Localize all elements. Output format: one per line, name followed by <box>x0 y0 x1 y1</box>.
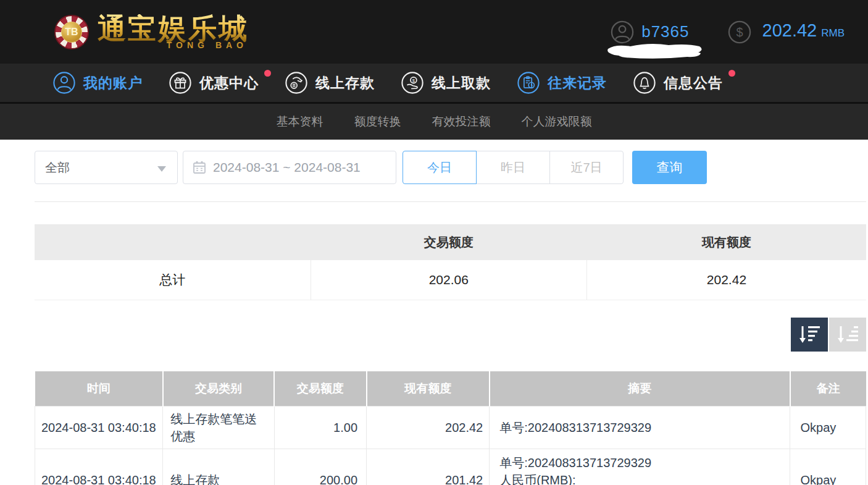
cell-amount: 200.00 <box>274 449 366 485</box>
quick-range-yesterday[interactable]: 昨日 <box>476 151 550 184</box>
sub-nav: 基本资料 额度转换 有效投注额 个人游戏限额 <box>0 104 868 140</box>
summary-header-transaction: 交易额度 <box>311 224 586 260</box>
sort-controls <box>35 318 866 352</box>
top-header: TB 通宝娱乐城 TONG BAO b7365 $ 202.42 <box>0 0 868 64</box>
subnav-item-balance-transfer[interactable]: 额度转换 <box>354 114 401 130</box>
summary-transaction-value: 202.06 <box>311 260 586 300</box>
cell-note: Okpay <box>790 449 866 485</box>
sort-ascending-button[interactable] <box>829 318 866 352</box>
col-header-note: 备注 <box>790 371 866 407</box>
user-circle-icon <box>611 20 634 44</box>
summary-header-balance: 现有额度 <box>586 224 866 260</box>
col-header-summary: 摘要 <box>490 371 790 407</box>
main-nav: 我的账户 优惠中心 线上存款 $ 线上取款 <box>0 64 868 104</box>
chevron-down-icon <box>157 166 166 172</box>
records-table: 时间 交易类别 交易额度 现有额度 摘要 备注 2024-08-31 03:40… <box>35 371 866 485</box>
summary-header-row: 交易额度 现有额度 <box>35 224 866 260</box>
masked-username: b7365 <box>641 22 689 41</box>
cell-amount: 1.00 <box>274 407 366 449</box>
user-icon <box>52 71 76 95</box>
cell-note: Okpay <box>790 407 866 449</box>
nav-item-announcements[interactable]: 信息公告 <box>633 71 723 95</box>
calendar-icon <box>192 160 207 175</box>
summary-total-row: 总计 202.06 202.42 <box>35 260 866 300</box>
quick-range-group: 今日 昨日 近7日 <box>403 151 624 184</box>
withdraw-icon: $ <box>401 71 424 95</box>
cell-summary: 单号:202408313713729329 人民币(RMB): 200 <box>490 449 790 485</box>
cell-type: 线上存款笔笔送优惠 <box>163 407 274 449</box>
quick-range-today[interactable]: 今日 <box>403 151 477 184</box>
notification-dot <box>728 70 735 77</box>
quick-range-last7days[interactable]: 近7日 <box>549 151 624 184</box>
type-select-value: 全部 <box>45 159 70 176</box>
logo-title: 通宝娱乐城 <box>98 14 249 43</box>
table-row: 2024-08-31 03:40:18 线上存款 200.00 201.42 单… <box>35 449 866 485</box>
cell-time: 2024-08-31 03:40:18 <box>35 449 163 485</box>
cell-balance: 202.42 <box>367 407 490 449</box>
summary-table: 交易额度 现有额度 总计 202.06 202.42 <box>35 224 866 300</box>
col-header-amount: 交易额度 <box>274 371 366 407</box>
date-range-value: 2024-08-31 ~ 2024-08-31 <box>213 160 361 175</box>
balance-display: $ 202.42 RMB <box>728 20 845 44</box>
records-icon <box>517 71 540 95</box>
type-select[interactable]: 全部 <box>35 151 178 184</box>
subnav-item-basic-info[interactable]: 基本资料 <box>277 114 323 130</box>
subnav-item-valid-bets[interactable]: 有效投注额 <box>432 114 491 130</box>
col-header-type: 交易类别 <box>163 371 274 407</box>
sort-ascending-icon <box>836 324 859 345</box>
nav-item-my-account[interactable]: 我的账户 <box>52 71 143 95</box>
cell-balance: 201.42 <box>367 449 490 485</box>
section-divider <box>35 201 866 202</box>
chip-label: TB <box>61 22 82 43</box>
nav-item-promotions[interactable]: 优惠中心 <box>169 71 259 95</box>
svg-text:$: $ <box>736 25 743 39</box>
records-header-row: 时间 交易类别 交易额度 现有额度 摘要 备注 <box>35 371 866 407</box>
user-account[interactable]: b7365 <box>611 20 689 44</box>
content-area: 全部 2024-08-31 ~ 2024-08-31 今日 昨日 近7日 查询 … <box>0 151 868 485</box>
nav-item-online-deposit[interactable]: 线上存款 <box>285 71 375 95</box>
sort-descending-button[interactable] <box>791 318 828 352</box>
summary-header-empty <box>35 224 311 260</box>
summary-total-label: 总计 <box>35 260 311 300</box>
cell-summary: 单号:202408313713729329 <box>490 407 790 449</box>
balance-amount: 202.42 <box>762 20 817 41</box>
cell-time: 2024-08-31 03:40:18 <box>35 407 163 449</box>
subnav-item-game-limits[interactable]: 个人游戏限额 <box>522 114 592 130</box>
sort-descending-icon <box>798 324 821 345</box>
table-row: 2024-08-31 03:40:18 线上存款笔笔送优惠 1.00 202.4… <box>35 407 866 449</box>
col-header-time: 时间 <box>35 371 163 407</box>
cell-type: 线上存款 <box>163 449 274 485</box>
poker-chip-icon: TB <box>54 15 89 49</box>
query-button[interactable]: 查询 <box>632 151 707 184</box>
notification-dot <box>264 70 271 77</box>
nav-item-online-withdrawal[interactable]: $ 线上取款 <box>401 71 491 95</box>
site-logo[interactable]: TB 通宝娱乐城 TONG BAO <box>54 14 249 50</box>
dollar-circle-icon: $ <box>728 20 751 44</box>
filter-row: 全部 2024-08-31 ~ 2024-08-31 今日 昨日 近7日 查询 <box>35 151 866 184</box>
summary-balance-value: 202.42 <box>586 260 866 300</box>
gift-icon <box>169 71 192 95</box>
deposit-icon <box>285 71 308 95</box>
announcement-icon <box>633 71 656 95</box>
balance-currency: RMB <box>821 27 845 40</box>
date-range-input[interactable]: 2024-08-31 ~ 2024-08-31 <box>183 151 396 184</box>
nav-item-transaction-records[interactable]: 往来记录 <box>517 71 607 95</box>
col-header-balance: 现有额度 <box>367 371 490 407</box>
